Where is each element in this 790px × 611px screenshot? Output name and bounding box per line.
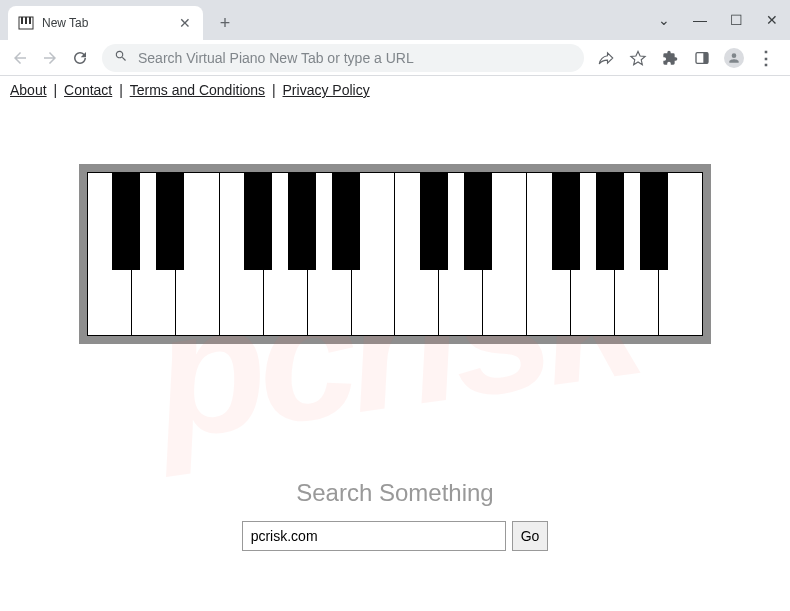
piano-black-key[interactable] <box>596 172 624 270</box>
svg-rect-3 <box>29 17 31 24</box>
maximize-icon[interactable]: ☐ <box>718 12 754 28</box>
piano-black-key[interactable] <box>244 172 272 270</box>
piano-black-key[interactable] <box>332 172 360 270</box>
address-bar[interactable]: Search Virtual Piano New Tab or type a U… <box>102 44 584 72</box>
window-titlebar: New Tab ✕ + ⌄ — ☐ ✕ <box>0 0 790 40</box>
search-icon <box>114 49 128 66</box>
piano-widget <box>79 164 711 344</box>
search-heading: Search Something <box>0 479 790 507</box>
search-input[interactable] <box>242 521 506 551</box>
reload-button[interactable] <box>66 44 94 72</box>
browser-tab[interactable]: New Tab ✕ <box>8 6 203 40</box>
go-button[interactable]: Go <box>512 521 549 551</box>
separator: | <box>50 82 61 98</box>
page-content: pcrisk About | Contact | Terms and Condi… <box>0 76 790 611</box>
minimize-icon[interactable]: — <box>682 12 718 28</box>
profile-avatar-icon[interactable] <box>720 44 748 72</box>
link-terms[interactable]: Terms and Conditions <box>130 82 265 98</box>
tab-favicon-piano-icon <box>18 15 34 31</box>
piano-black-key[interactable] <box>288 172 316 270</box>
link-contact[interactable]: Contact <box>64 82 112 98</box>
back-button[interactable] <box>6 44 34 72</box>
piano-black-key[interactable] <box>552 172 580 270</box>
piano-black-key[interactable] <box>112 172 140 270</box>
top-nav-links: About | Contact | Terms and Conditions |… <box>0 76 790 104</box>
svg-rect-2 <box>25 17 27 24</box>
extensions-icon[interactable] <box>656 44 684 72</box>
piano-black-key[interactable] <box>464 172 492 270</box>
share-icon[interactable] <box>592 44 620 72</box>
chevron-down-icon[interactable]: ⌄ <box>646 12 682 28</box>
side-panel-icon[interactable] <box>688 44 716 72</box>
piano-keyboard <box>87 172 703 336</box>
new-tab-button[interactable]: + <box>211 9 239 37</box>
omnibox-placeholder: Search Virtual Piano New Tab or type a U… <box>138 50 572 66</box>
piano-black-key[interactable] <box>640 172 668 270</box>
bookmark-star-icon[interactable] <box>624 44 652 72</box>
separator: | <box>268 82 279 98</box>
separator: | <box>115 82 126 98</box>
search-section: Search Something Go <box>0 479 790 551</box>
menu-icon[interactable]: ⋮ <box>752 44 780 72</box>
window-controls: ⌄ — ☐ ✕ <box>646 0 790 40</box>
link-about[interactable]: About <box>10 82 47 98</box>
piano-black-key[interactable] <box>420 172 448 270</box>
svg-rect-1 <box>21 17 23 24</box>
piano-black-key[interactable] <box>156 172 184 270</box>
browser-toolbar: Search Virtual Piano New Tab or type a U… <box>0 40 790 76</box>
window-close-icon[interactable]: ✕ <box>754 12 790 28</box>
tab-close-icon[interactable]: ✕ <box>177 15 193 31</box>
link-privacy[interactable]: Privacy Policy <box>283 82 370 98</box>
forward-button[interactable] <box>36 44 64 72</box>
tab-title: New Tab <box>42 16 169 30</box>
svg-rect-5 <box>703 52 708 63</box>
